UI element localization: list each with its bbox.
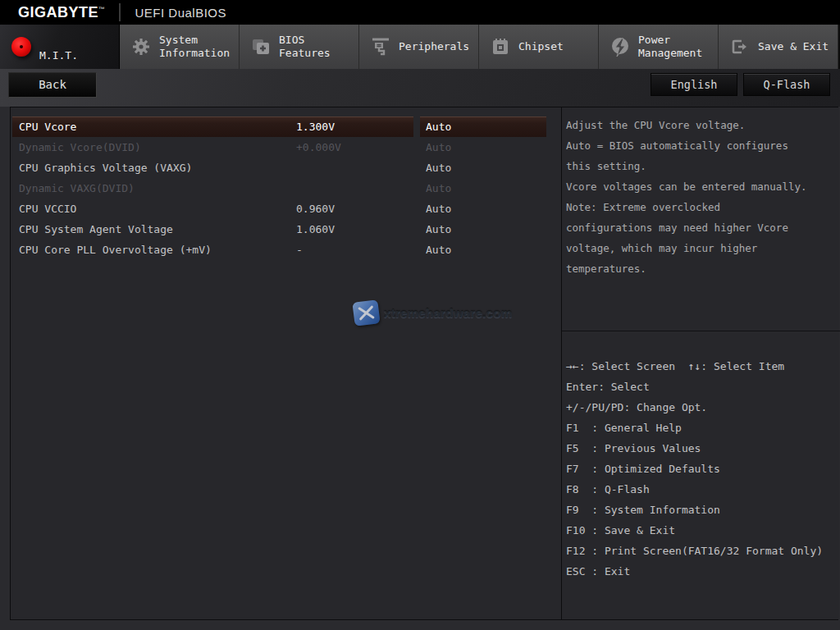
help-line: temperatures. (566, 258, 837, 279)
folder-plus-icon (250, 36, 272, 57)
setting-label: CPU Vcore (19, 116, 76, 137)
gear-icon (130, 36, 152, 57)
setting-option[interactable]: Auto (426, 219, 451, 240)
hint-line: F8 : Q-Flash (566, 479, 838, 500)
setting-option[interactable]: Auto (426, 240, 451, 260)
setting-value: 1.060V (296, 219, 335, 240)
hint-line: F10 : Save & Exit (566, 520, 838, 541)
setting-value: 0.960V (296, 199, 335, 219)
setting-label: CPU Graphics Voltage (VAXG) (19, 158, 192, 178)
back-button[interactable]: Back (8, 72, 97, 98)
hint-line: F12 : Print Screen(FAT16/32 Format Only) (566, 541, 838, 561)
tab-label: Save & Exit (758, 40, 838, 53)
header-divider (119, 3, 121, 21)
lightning-circle-icon (609, 36, 631, 57)
setting-label: Dynamic VAXG(DVID) (19, 178, 135, 199)
setting-option[interactable]: Auto (426, 158, 451, 178)
key-hints-box: →←: Select Screen ↑↓: Select Item Enter:… (562, 332, 840, 619)
tab-label: BIOS Features (279, 34, 358, 60)
watermark-text: xtremehardware.com (384, 306, 512, 320)
red-disc-icon (11, 36, 32, 57)
help-line: this setting. (566, 156, 837, 176)
header-bar: GIGABYTE™ UEFI DualBIOS (0, 0, 840, 25)
chip-icon (490, 36, 511, 57)
gigabyte-logo: GIGABYTE™ (18, 4, 106, 21)
setting-label: CPU Core PLL Overvoltage (+mV) (19, 240, 212, 260)
tab-label: Chipset (518, 40, 598, 53)
peripheral-device-icon (370, 36, 391, 57)
firmware-title: UEFI DualBIOS (135, 6, 227, 20)
setting-row-cpu-vcore[interactable]: CPU Vcore 1.300V Auto (11, 116, 561, 137)
tab-label: M.I.T. (39, 49, 119, 62)
setting-value: +0.000V (296, 137, 341, 158)
tab-system-information[interactable]: System Information (120, 25, 240, 69)
help-line: Auto = BIOS automatically configures (566, 135, 837, 156)
tab-label: Power Management (638, 34, 718, 60)
hint-line: →←: Select Screen ↑↓: Select Item (566, 356, 838, 377)
setting-row-dynamic-vcore: Dynamic Vcore(DVID) +0.000V Auto (11, 137, 561, 158)
hint-line: Enter: Select (566, 377, 838, 397)
hint-line: F9 : System Information (566, 500, 838, 520)
setting-row-dynamic-vaxg: Dynamic VAXG(DVID) Auto (11, 178, 561, 199)
help-line: voltage, which may incur higher (566, 238, 837, 258)
hint-line: F7 : Optimized Defaults (566, 459, 838, 479)
setting-row-cpu-vccio[interactable]: CPU VCCIO 0.960V Auto (11, 199, 561, 219)
help-line: Note: Extreme overclocked (566, 197, 837, 217)
setting-option: Auto (426, 137, 451, 158)
hint-line: F1 : General Help (566, 418, 838, 438)
tab-save-exit[interactable]: Save & Exit (719, 25, 838, 69)
exit-arrow-icon (729, 36, 751, 57)
setting-value: 1.300V (296, 116, 335, 137)
tab-bios-features[interactable]: BIOS Features (240, 25, 359, 69)
hint-line: +/-/PU/PD: Change Opt. (566, 397, 838, 418)
help-line: configurations may need higher Vcore (566, 217, 837, 238)
setting-option: Auto (426, 178, 451, 199)
setting-label: CPU System Agent Voltage (19, 219, 173, 240)
help-line: Adjust the CPU Vcore voltage. (566, 115, 837, 135)
info-panel: Adjust the CPU Vcore voltage. Auto = BIO… (561, 107, 839, 619)
setting-value: - (296, 240, 303, 260)
tab-label: System Information (159, 34, 239, 60)
setting-option[interactable]: Auto (426, 199, 451, 219)
settings-list: CPU Vcore 1.300V Auto Dynamic Vcore(DVID… (11, 107, 561, 619)
trademark: ™ (98, 6, 106, 13)
tab-chipset[interactable]: Chipset (479, 25, 599, 69)
help-line: Vcore voltages can be entered manually. (566, 176, 837, 197)
tab-label: Peripherals (399, 40, 478, 53)
tab-bar: M.I.T. System Information (0, 25, 840, 69)
hint-line: F5 : Previous Values (566, 438, 838, 459)
setting-label: Dynamic Vcore(DVID) (19, 137, 141, 158)
tab-peripherals[interactable]: Peripherals (359, 25, 479, 69)
help-text-box: Adjust the CPU Vcore voltage. Auto = BIO… (562, 107, 840, 331)
qflash-button[interactable]: Q-Flash (743, 73, 830, 96)
setting-label: CPU VCCIO (19, 199, 76, 219)
hint-line: ESC : Exit (566, 561, 838, 582)
watermark-x-logo-icon (352, 299, 380, 326)
main-panel: CPU Vcore 1.300V Auto Dynamic Vcore(DVID… (10, 107, 838, 620)
watermark: xtremehardware.com (354, 301, 512, 325)
setting-row-cpu-system-agent[interactable]: CPU System Agent Voltage 1.060V Auto (11, 219, 561, 240)
setting-row-cpu-core-pll[interactable]: CPU Core PLL Overvoltage (+mV) - Auto (11, 240, 561, 260)
setting-row-cpu-graphics-voltage[interactable]: CPU Graphics Voltage (VAXG) Auto (11, 158, 561, 178)
tab-mit[interactable]: M.I.T. (0, 25, 120, 69)
toolbar: Back English Q-Flash (0, 69, 840, 107)
tab-power-management[interactable]: Power Management (599, 25, 719, 69)
language-button[interactable]: English (651, 73, 737, 96)
setting-option[interactable]: Auto (426, 116, 451, 137)
